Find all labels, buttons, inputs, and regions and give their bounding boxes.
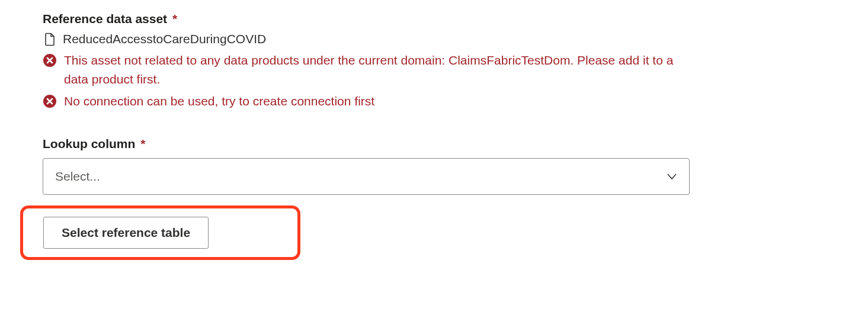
error-row: This asset not related to any data produ… [43,51,688,88]
lookup-column-select[interactable]: Select... [43,158,690,195]
highlight-annotation: Select reference table [20,205,300,260]
lookup-column-label: Lookup column * [43,137,868,151]
required-asterisk: * [172,12,177,25]
error-row: No connection can be used, try to create… [43,92,688,111]
select-reference-table-button[interactable]: Select reference table [43,217,209,249]
asset-row: ReducedAccesstoCareDuringCOVID [43,32,868,46]
error-circle-x-icon [43,53,57,68]
asset-name: ReducedAccesstoCareDuringCOVID [63,32,266,46]
lookup-column-select-wrapper: Select... [43,158,690,195]
error-text: This asset not related to any data produ… [64,51,688,88]
reference-data-asset-label: Reference data asset * [43,12,868,26]
file-icon [43,32,57,46]
lookup-column-section: Lookup column * Select... [43,137,868,195]
required-asterisk: * [140,137,145,150]
lookup-column-label-text: Lookup column [43,137,135,150]
error-circle-x-icon [43,94,57,108]
lookup-column-placeholder: Select... [55,169,100,184]
error-text: No connection can be used, try to create… [64,92,374,111]
reference-data-asset-label-text: Reference data asset [43,12,167,25]
